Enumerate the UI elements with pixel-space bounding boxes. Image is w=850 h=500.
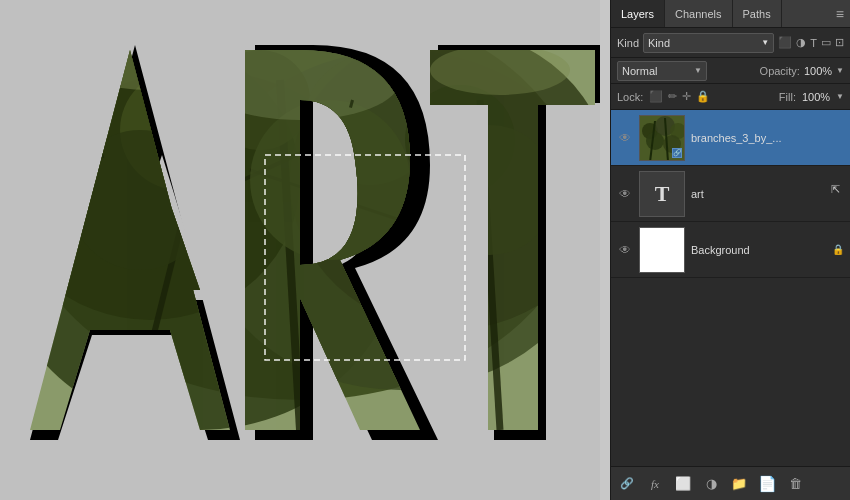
tab-paths[interactable]: Paths [733,0,782,27]
layer-row-branches[interactable]: 👁 🔗 branches_3_by [611,110,850,166]
fill-arrow: ▼ [836,92,844,101]
thumb-link-branches: 🔗 [672,148,682,158]
lock-move-icon[interactable]: ✛ [682,90,691,103]
add-mask-button[interactable]: ⬜ [673,476,693,491]
layer-thumb-art: T [639,171,685,217]
type-filter-icon[interactable]: T [810,37,817,49]
tab-layers[interactable]: Layers [611,0,665,27]
blend-mode-dropdown[interactable]: Normal ▼ [617,61,707,81]
visibility-branches[interactable]: 👁 [617,131,633,145]
kind-dropdown[interactable]: Kind ▼ [643,33,774,53]
adjustment-filter-icon[interactable]: ◑ [796,36,806,49]
lock-label: Lock: [617,91,643,103]
adjustment-layer-button[interactable]: ◑ [701,476,721,491]
kind-dropdown-arrow: ▼ [761,38,769,47]
new-group-button[interactable]: 📁 [729,476,749,491]
layer-name-art: art [691,188,835,200]
lock-paint-icon[interactable]: ✏ [668,90,677,103]
lock-transparent-icon[interactable]: ⬛ [649,90,663,103]
svg-point-31 [430,45,570,95]
delete-layer-button[interactable]: 🗑 [785,476,805,491]
blend-mode-row: Normal ▼ Opacity: 100% ▼ [611,58,850,84]
lock-row: Lock: ⬛ ✏ ✛ 🔒 Fill: 100% ▼ [611,84,850,110]
layers-panel: Layers Channels Paths ≡ Kind Kind ▼ ⬛ ◑ … [610,0,850,500]
opacity-value[interactable]: 100% [804,65,832,77]
layers-list: 👁 🔗 branches_3_by [611,110,850,466]
kind-row: Kind Kind ▼ ⬛ ◑ T ▭ ⊡ [611,28,850,58]
pixel-filter-icon[interactable]: ⬛ [778,36,792,49]
layer-fx-button[interactable]: fx [645,478,665,490]
visibility-art[interactable]: 👁 [617,187,633,201]
layer-row-art[interactable]: 👁 T art ⇱ [611,166,850,222]
cursor-move-icon: ⇱ [831,183,840,196]
kind-filter-icons: ⬛ ◑ T ▭ ⊡ [778,36,844,49]
svg-point-40 [646,132,664,150]
opacity-label: Opacity: [760,65,800,77]
visibility-background[interactable]: 👁 [617,243,633,257]
text-layer-t-icon: T [655,181,670,207]
layer-name-branches: branches_3_by_... [691,132,844,144]
layer-row-background[interactable]: 👁 Background 🔒 [611,222,850,278]
panel-menu-button[interactable]: ≡ [830,0,850,27]
opacity-arrow: ▼ [836,66,844,75]
fill-value[interactable]: 100% [802,91,830,103]
fill-label: Fill: [779,91,796,103]
link-layers-button[interactable]: 🔗 [617,477,637,490]
new-layer-button[interactable]: 📄 [757,475,777,493]
tab-channels[interactable]: Channels [665,0,732,27]
kind-label: Kind [617,37,639,49]
smartobject-filter-icon[interactable]: ⊡ [835,36,844,49]
layer-thumb-background [639,227,685,273]
lock-icons: ⬛ ✏ ✛ 🔒 [649,90,710,103]
layer-lock-icon-background: 🔒 [832,244,844,255]
canvas-area [0,0,600,500]
shape-filter-icon[interactable]: ▭ [821,36,831,49]
lock-all-icon[interactable]: 🔒 [696,90,710,103]
layer-thumb-branches: 🔗 [639,115,685,161]
panel-tabs: Layers Channels Paths ≡ [611,0,850,28]
panel-bottom-toolbar: 🔗 fx ⬜ ◑ 📁 📄 🗑 [611,466,850,500]
layer-name-background: Background [691,244,828,256]
blend-arrow: ▼ [694,66,702,75]
